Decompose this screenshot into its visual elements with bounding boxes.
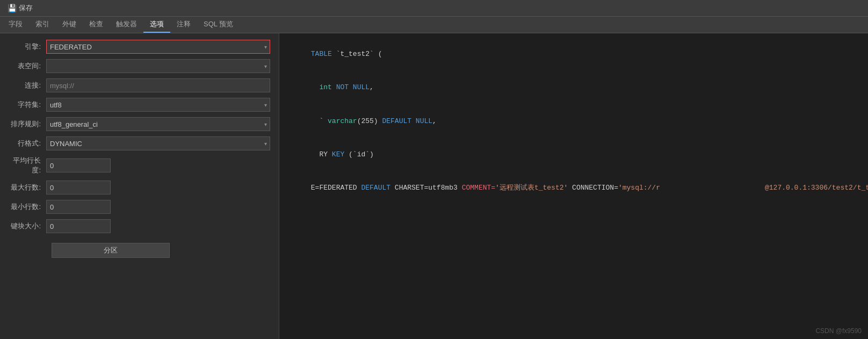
key-block-label: 键块大小: <box>9 221 46 231</box>
code-line-3: ` varchar(255) DEFAULT NULL, <box>286 105 862 138</box>
tab-trigger[interactable]: 触发器 <box>110 17 143 33</box>
collation-label: 排序规则: <box>9 119 46 129</box>
max-rows-label: 最大行数: <box>9 183 46 192</box>
tab-foreign[interactable]: 外键 <box>56 17 83 33</box>
engine-label: 引擎: <box>9 42 46 52</box>
max-rows-row: 最大行数: <box>9 181 270 194</box>
connection-label: 连接: <box>9 81 46 90</box>
rowformat-select[interactable]: DYNAMIC COMPACT FIXED REDUNDANT <box>46 136 270 150</box>
charset-label: 字符集: <box>9 100 46 110</box>
top-bar: 💾 保存 <box>0 0 868 17</box>
main-content: 引擎: FEDERATED InnoDB MyISAM MEMORY ▾ 表空间… <box>0 33 868 339</box>
tablespace-label: 表空间: <box>9 61 46 71</box>
avg-row-label: 平均行长度: <box>9 156 46 175</box>
key-block-input[interactable] <box>46 219 111 233</box>
watermark: CSDN @fx9590 <box>815 327 862 335</box>
save-icon: 💾 <box>8 4 17 12</box>
collation-row: 排序规则: utf8_general_ci utf8_unicode_ci ▾ <box>9 117 270 131</box>
connection-row: 连接: <box>9 78 270 92</box>
tab-fields[interactable]: 字段 <box>2 17 29 33</box>
rowformat-row: 行格式: DYNAMIC COMPACT FIXED REDUNDANT ▾ <box>9 136 270 150</box>
min-rows-row: 最小行数: <box>9 200 270 214</box>
charset-select[interactable]: utf8 utf8mb4 latin1 <box>46 98 270 112</box>
code-line-2: int NOT NULL, <box>286 71 862 104</box>
tablespace-row: 表空间: ▾ <box>9 59 270 73</box>
rowformat-label: 行格式: <box>9 139 46 148</box>
rowformat-select-wrapper: DYNAMIC COMPACT FIXED REDUNDANT ▾ <box>46 136 270 150</box>
min-rows-label: 最小行数: <box>9 202 46 212</box>
charset-row: 字符集: utf8 utf8mb4 latin1 ▾ <box>9 98 270 112</box>
tablespace-select[interactable] <box>46 59 270 73</box>
engine-select[interactable]: FEDERATED InnoDB MyISAM MEMORY <box>46 40 270 54</box>
max-rows-input[interactable] <box>46 181 111 194</box>
tablespace-select-wrapper: ▾ <box>46 59 270 73</box>
engine-row: 引擎: FEDERATED InnoDB MyISAM MEMORY ▾ <box>9 40 270 54</box>
tab-sql-preview[interactable]: SQL 预览 <box>197 17 240 33</box>
avg-row-row: 平均行长度: <box>9 156 270 175</box>
tab-comment[interactable]: 注释 <box>170 17 197 33</box>
sql-preview-panel: TABLE `t_test2` ( int NOT NULL, ` varcha… <box>279 33 868 339</box>
avg-row-input[interactable] <box>46 158 111 172</box>
min-rows-input[interactable] <box>46 200 111 214</box>
save-label: 保存 <box>19 3 33 13</box>
tab-check[interactable]: 检查 <box>83 17 110 33</box>
charset-select-wrapper: utf8 utf8mb4 latin1 ▾ <box>46 98 270 112</box>
partition-section: 分区 <box>9 239 270 258</box>
key-block-row: 键块大小: <box>9 219 270 233</box>
code-line-4: RY KEY (`id`) <box>286 138 862 171</box>
connection-input[interactable] <box>46 78 270 92</box>
tab-bar: 字段 索引 外键 检查 触发器 选项 注释 SQL 预览 <box>0 17 868 33</box>
code-line-1: TABLE `t_test2` ( <box>286 38 862 71</box>
tab-options[interactable]: 选项 <box>143 17 170 33</box>
engine-select-wrapper: FEDERATED InnoDB MyISAM MEMORY ▾ <box>46 40 270 54</box>
tab-indexes[interactable]: 索引 <box>29 17 56 33</box>
partition-button[interactable]: 分区 <box>52 243 170 258</box>
code-line-5: E=FEDERATED DEFAULT CHARSET=utf8mb3 COMM… <box>286 172 862 205</box>
collation-select[interactable]: utf8_general_ci utf8_unicode_ci <box>46 117 270 131</box>
save-button[interactable]: 💾 保存 <box>4 2 36 14</box>
collation-select-wrapper: utf8_general_ci utf8_unicode_ci ▾ <box>46 117 270 131</box>
options-form: 引擎: FEDERATED InnoDB MyISAM MEMORY ▾ 表空间… <box>0 33 279 339</box>
